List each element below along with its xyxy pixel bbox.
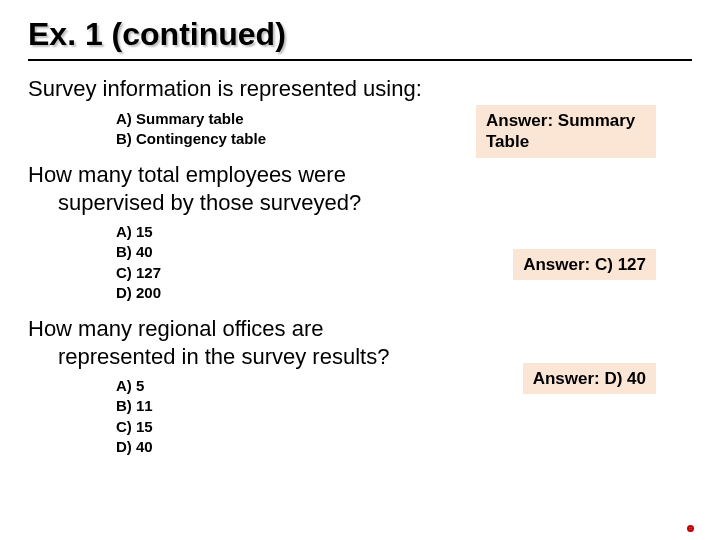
q3-option-d: D) 40 — [116, 437, 458, 457]
question-3-text: How many regional offices are represente… — [28, 315, 458, 370]
question-1-options: A) Summary table B) Contingency table — [28, 109, 458, 150]
answer-box-2: Answer: C) 127 — [513, 249, 656, 280]
q2-line2: supervised by those surveyed? — [34, 189, 458, 217]
q3-line2: represented in the survey results? — [34, 343, 458, 371]
answer-box-1: Answer: Summary Table — [476, 105, 656, 158]
q2-option-a: A) 15 — [116, 222, 458, 242]
question-2-options: A) 15 B) 40 C) 127 D) 200 — [28, 222, 458, 303]
question-1-text: Survey information is represented using: — [28, 75, 458, 103]
content-area: Survey information is represented using:… — [28, 75, 692, 457]
question-2-text: How many total employees were supervised… — [28, 161, 458, 216]
q1-option-a: A) Summary table — [116, 109, 458, 129]
q2-option-c: C) 127 — [116, 263, 458, 283]
answer-box-3: Answer: D) 40 — [523, 363, 656, 394]
slide-marker-icon — [687, 525, 694, 532]
question-3-options: A) 5 B) 11 C) 15 D) 40 — [28, 376, 458, 457]
q2-line1: How many total employees were — [28, 162, 346, 187]
q3-option-b: B) 11 — [116, 396, 458, 416]
slide-title: Ex. 1 (continued) — [28, 16, 692, 53]
q1-option-b: B) Contingency table — [116, 129, 458, 149]
q3-option-a: A) 5 — [116, 376, 458, 396]
q2-option-d: D) 200 — [116, 283, 458, 303]
q2-option-b: B) 40 — [116, 242, 458, 262]
title-underline — [28, 59, 692, 61]
q3-line1: How many regional offices are — [28, 316, 324, 341]
q3-option-c: C) 15 — [116, 417, 458, 437]
left-column: Survey information is represented using:… — [28, 75, 458, 457]
